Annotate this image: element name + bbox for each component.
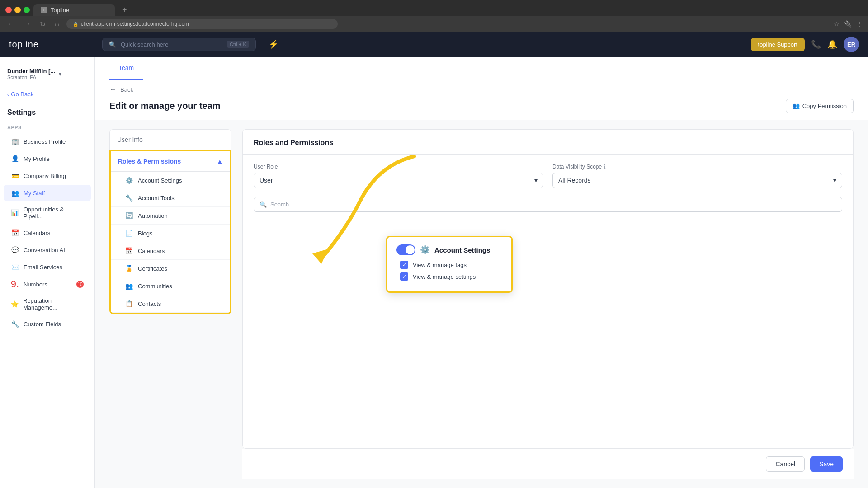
custom-fields-icon: 🔧: [11, 320, 19, 328]
browser-tab-bar: T Topline +: [0, 0, 868, 16]
user-role-select[interactable]: User ▾: [254, 173, 543, 188]
sidebar-item-reputation[interactable]: ⭐ Reputation Manageme...: [4, 293, 91, 315]
right-column: Roles and Permissions User Role User ▾: [242, 129, 854, 479]
automation-icon: 🔄: [125, 212, 133, 219]
back-arrow-icon: ‹: [7, 91, 9, 98]
roles-item-certificates[interactable]: 🏅 Certificates: [111, 260, 230, 277]
lock-icon: 🔒: [73, 22, 78, 27]
roles-panel-header[interactable]: Roles & Permissions ▲: [111, 151, 230, 172]
cancel-button[interactable]: Cancel: [766, 456, 805, 472]
view-manage-tags-checkbox[interactable]: ✓: [400, 261, 408, 269]
user-info-panel: User Info: [109, 129, 231, 150]
calendars-icon: 📅: [11, 229, 19, 237]
browser-back-btn[interactable]: ←: [5, 18, 16, 30]
numbers-badge: 10: [76, 281, 84, 288]
view-manage-settings-label: View & manage settings: [413, 273, 476, 280]
sidebar-section-label: Apps: [0, 122, 94, 133]
header-right-controls: topline Support 📞 🔔 ER: [751, 37, 859, 52]
browser-forward-btn[interactable]: →: [22, 18, 33, 30]
roles-item-automation[interactable]: 🔄 Automation: [111, 207, 230, 225]
popup-title: Account Settings: [434, 246, 490, 254]
conversation-ai-icon: 💬: [11, 246, 19, 254]
support-button[interactable]: topline Support: [751, 38, 805, 51]
bottom-action-bar: Cancel Save: [242, 449, 854, 479]
content-area: Team ← Back Edit or manage your team 👥 C…: [95, 57, 868, 488]
star-icon[interactable]: ☆: [834, 20, 840, 28]
account-settings-popup-icon: ⚙️: [420, 245, 430, 255]
my-staff-icon: 👥: [11, 189, 19, 197]
bell-icon[interactable]: 🔔: [827, 39, 837, 49]
browser-tab-active[interactable]: T Topline: [33, 4, 115, 16]
roles-item-communities[interactable]: 👥 Communities: [111, 277, 230, 295]
sidebar-item-company-billing[interactable]: 💳 Company Billing: [4, 168, 91, 184]
sidebar-item-calendars[interactable]: 📅 Calendars: [4, 225, 91, 241]
company-billing-icon: 💳: [11, 172, 19, 180]
minimize-window-btn[interactable]: [14, 7, 21, 13]
url-bar[interactable]: 🔒 client-app-crm-settings.leadconnectorh…: [66, 19, 338, 29]
browser-action-buttons: ☆ 🔌 ⋮: [834, 20, 863, 28]
account-settings-icon: ⚙️: [125, 177, 133, 184]
permissions-search-bar[interactable]: 🔍 Search...: [254, 197, 842, 212]
chevron-up-icon: ▲: [217, 158, 223, 165]
sidebar-item-business-profile[interactable]: 🏢 Business Profile: [4, 133, 91, 150]
calendars-roles-icon: 📅: [125, 247, 133, 254]
back-row: ← Back: [95, 80, 868, 99]
user-avatar[interactable]: ER: [844, 37, 859, 52]
select-chevron-icon-2: ▾: [833, 177, 836, 184]
maximize-window-btn[interactable]: [24, 7, 30, 13]
copy-permission-button[interactable]: 👥 Copy Permission: [786, 99, 854, 113]
permissions-body: User Role User ▾ Data Visibility Scope: [243, 155, 853, 221]
new-tab-button[interactable]: +: [118, 5, 131, 15]
location-name: Dunder Mifflin [...: [7, 68, 55, 75]
lightning-icon[interactable]: ⚡: [269, 39, 278, 49]
user-role-label: User Role: [254, 164, 543, 170]
roles-item-account-settings[interactable]: ⚙️ Account Settings: [111, 172, 230, 189]
roles-item-account-tools[interactable]: 🔧 Account Tools: [111, 189, 230, 207]
save-button[interactable]: Save: [810, 456, 843, 472]
popup-header-row: ⚙️ Account Settings: [396, 244, 502, 255]
data-visibility-label: Data Visibility Scope ℹ: [552, 164, 842, 170]
my-profile-icon: 👤: [11, 155, 19, 163]
checkbox-row-tags: ✓ View & manage tags: [396, 261, 502, 269]
numbers-icon: 9.: [11, 280, 19, 288]
sidebar-item-my-profile[interactable]: 👤 My Profile: [4, 150, 91, 167]
sidebar-item-my-staff[interactable]: 👥 My Staff: [4, 185, 91, 201]
sidebar-item-numbers[interactable]: 9. Numbers 10: [4, 276, 91, 292]
roles-item-calendars[interactable]: 📅 Calendars: [111, 242, 230, 260]
browser-url-bar: ← → ↻ ⌂ 🔒 client-app-crm-settings.leadco…: [0, 16, 868, 32]
contacts-icon: 📋: [125, 300, 133, 307]
tab-title: Topline: [51, 7, 69, 14]
sidebar-item-opportunities[interactable]: 📊 Opportunities & Pipeli...: [4, 202, 91, 224]
header-search-box[interactable]: 🔍 Quick search here Ctrl + K: [102, 38, 256, 51]
view-manage-settings-checkbox[interactable]: ✓: [400, 272, 408, 281]
data-visibility-select[interactable]: All Records ▾: [552, 173, 842, 188]
business-profile-icon: 🏢: [11, 137, 19, 145]
copy-icon: 👥: [793, 103, 800, 109]
sidebar-item-conversation-ai[interactable]: 💬 Conversation AI: [4, 242, 91, 258]
info-icon: ℹ: [604, 164, 606, 170]
browser-refresh-btn[interactable]: ↻: [38, 18, 47, 30]
page-title: Edit or manage your team: [109, 101, 221, 111]
phone-icon[interactable]: 📞: [811, 39, 821, 49]
view-manage-tags-label: View & manage tags: [413, 262, 467, 268]
close-window-btn[interactable]: [5, 7, 12, 13]
go-back-button[interactable]: ‹ Go Back: [0, 87, 94, 101]
user-role-group: User Role User ▾: [254, 164, 543, 188]
roles-item-blogs[interactable]: 📄 Blogs: [111, 225, 230, 242]
menu-icon[interactable]: ⋮: [856, 20, 863, 28]
roles-item-contacts[interactable]: 📋 Contacts: [111, 295, 230, 313]
tab-team[interactable]: Team: [109, 57, 143, 80]
back-link[interactable]: Back: [120, 86, 133, 93]
account-tools-icon: 🔧: [125, 194, 133, 202]
toggle-circle: [406, 245, 415, 254]
account-settings-toggle[interactable]: [396, 244, 415, 255]
search-placeholder-text: Quick search here: [121, 41, 222, 48]
sidebar-item-email-services[interactable]: ✉️ Email Services: [4, 259, 91, 275]
permissions-panel: Roles and Permissions User Role User ▾: [242, 129, 854, 449]
browser-home-btn[interactable]: ⌂: [53, 18, 61, 30]
page-header: Team: [95, 57, 868, 80]
location-selector[interactable]: Dunder Mifflin [... Scranton, PA ▾: [0, 64, 94, 84]
sidebar-item-custom-fields[interactable]: 🔧 Custom Fields: [4, 316, 91, 332]
extension-icon[interactable]: 🔌: [844, 20, 852, 28]
browser-chrome: T Topline + ← → ↻ ⌂ 🔒 client-app-crm-set…: [0, 0, 868, 32]
